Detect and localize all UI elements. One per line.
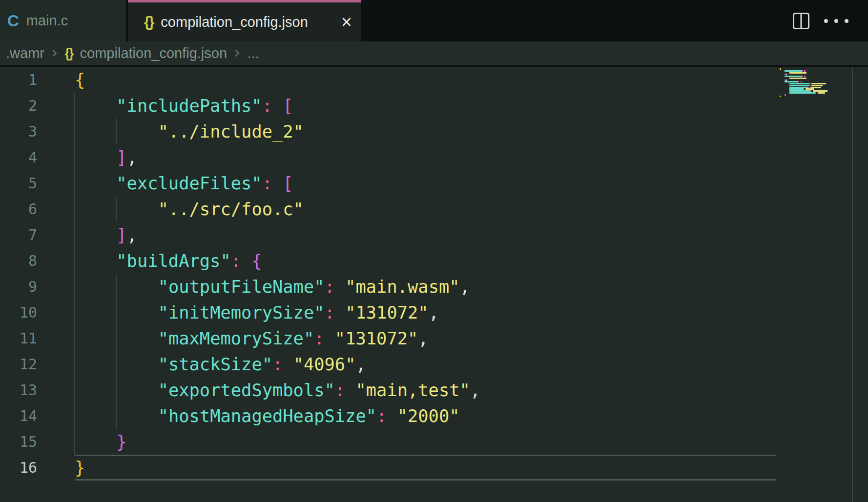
minimap-line (789, 92, 825, 94)
line-number: 14 (0, 403, 37, 429)
current-line-highlight (75, 455, 776, 481)
line-number: 1 (0, 67, 37, 93)
line-number: 4 (0, 144, 37, 170)
minimap-line (780, 68, 781, 70)
line-number: 6 (0, 196, 37, 222)
line-number: 9 (0, 274, 37, 300)
line-number: 7 (0, 222, 37, 248)
code-text: "outputFileName": "main.wasm", (75, 274, 470, 300)
minimap[interactable] (776, 67, 851, 502)
code-text: ], (75, 144, 137, 170)
minimap-line (785, 74, 787, 75)
code-text: "includePaths": [ (75, 93, 293, 119)
code-text: "../include_2" (75, 119, 304, 144)
code-text: ], (75, 222, 137, 248)
code-line[interactable]: 11"maxMemorySize": "131072", (0, 325, 868, 351)
c-file-icon: C (7, 12, 19, 30)
code-line[interactable]: 15} (0, 429, 868, 455)
line-number: 11 (0, 325, 37, 351)
minimap-line (785, 81, 802, 82)
line-number: 16 (0, 455, 37, 481)
line-number: 2 (0, 93, 37, 119)
minimap-line (785, 80, 787, 81)
minimap-line (789, 72, 806, 74)
minimap-line (789, 88, 814, 90)
code-text: "buildArgs": { (75, 248, 262, 274)
code-line[interactable]: 10"initMemorySize": "131072", (0, 300, 868, 325)
editor[interactable]: 1{2"includePaths": [3"../include_2"4],5"… (0, 67, 868, 502)
line-number: 13 (0, 377, 37, 403)
tab-compilation-config-json[interactable]: {} compilation_config.json × (128, 0, 361, 41)
tab-label: main.c (26, 13, 68, 29)
minimap-line (785, 70, 806, 72)
code-line[interactable]: 9"outputFileName": "main.wasm", (0, 274, 868, 300)
json-braces-icon: {} (144, 14, 153, 30)
close-icon[interactable]: × (341, 13, 352, 31)
minimap-line (789, 83, 826, 84)
split-editor-icon[interactable] (793, 13, 809, 29)
line-number: 15 (0, 429, 37, 455)
editor-actions (361, 0, 868, 41)
line-number: 5 (0, 170, 37, 196)
code-text: "hostManagedHeapSize": "2000" (75, 403, 460, 429)
minimap-line (780, 96, 781, 97)
minimap-line (789, 78, 806, 79)
tab-label: compilation_config.json (161, 14, 308, 30)
code-line[interactable]: 7], (0, 222, 868, 248)
breadcrumb-symbol-ellipsis[interactable]: ... (248, 45, 259, 61)
minimap-line (789, 90, 827, 92)
line-number: 8 (0, 248, 37, 274)
json-braces-icon: {} (65, 46, 73, 61)
code-line[interactable]: 12"stackSize": "4096", (0, 351, 868, 377)
more-actions-icon[interactable] (824, 19, 848, 23)
code-text: "initMemorySize": "131072", (75, 300, 439, 325)
code-line[interactable]: 16} (0, 455, 868, 481)
minimap-line (789, 87, 821, 88)
minimap-line (785, 94, 786, 96)
code-text: } (75, 429, 127, 455)
line-number: 12 (0, 351, 37, 377)
tab-main-c[interactable]: C main.c (0, 0, 128, 41)
code-area[interactable]: 1{2"includePaths": [3"../include_2"4],5"… (0, 67, 868, 481)
minimap-line (785, 76, 806, 77)
code-text: "../src/foo.c" (75, 196, 304, 222)
code-line[interactable]: 5"excludeFiles": [ (0, 170, 868, 196)
code-text: "exportedSymbols": "main,test", (75, 377, 480, 403)
code-line[interactable]: 14"hostManagedHeapSize": "2000" (0, 403, 868, 429)
chevron-right-icon: › (51, 44, 58, 62)
code-line[interactable]: 2"includePaths": [ (0, 93, 868, 119)
code-text: "excludeFiles": [ (75, 170, 293, 196)
code-text: { (75, 67, 85, 93)
minimap-divider (852, 67, 853, 502)
breadcrumb-folder[interactable]: .wamr (6, 45, 44, 61)
breadcrumb-file[interactable]: compilation_config.json (80, 45, 227, 61)
code-line[interactable]: 6"../src/foo.c" (0, 196, 868, 222)
breadcrumb: .wamr › {} compilation_config.json › ... (0, 41, 868, 65)
code-line[interactable]: 13"exportedSymbols": "main,test", (0, 377, 868, 403)
minimap-line (789, 85, 823, 86)
code-line[interactable]: 1{ (0, 67, 868, 93)
line-number: 10 (0, 300, 37, 325)
code-line[interactable]: 8"buildArgs": { (0, 248, 868, 274)
tab-bar: C main.c {} compilation_config.json × (0, 0, 868, 41)
code-text: "stackSize": "4096", (75, 351, 366, 377)
code-line[interactable]: 4], (0, 144, 868, 170)
code-text: "maxMemorySize": "131072", (75, 325, 429, 351)
line-number: 3 (0, 119, 37, 144)
code-line[interactable]: 3"../include_2" (0, 119, 868, 144)
chevron-right-icon: › (234, 44, 241, 62)
